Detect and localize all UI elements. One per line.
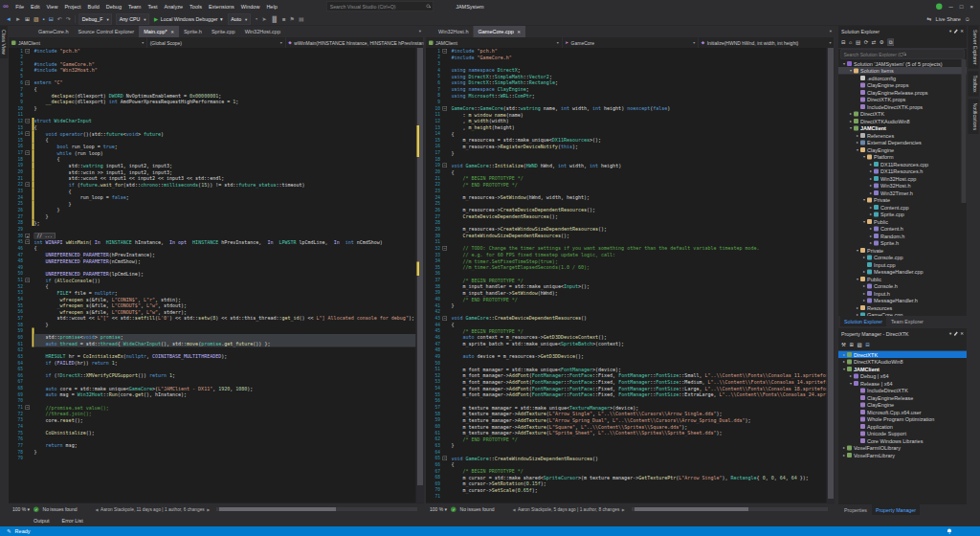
code-line[interactable]: 71− //promise.set_value();	[9, 404, 416, 411]
undo-icon[interactable]: ↶	[57, 15, 62, 22]
tab-gamecore-h[interactable]: GameCore.h	[33, 26, 73, 37]
code-line[interactable]: 67	[9, 379, 416, 386]
code-line[interactable]: 27 CreateDeviceDependentResources();	[426, 213, 827, 220]
close-icon[interactable]: ✕	[170, 26, 174, 37]
codelens-blame[interactable]: ◀Aaron Stackpole, 5 days ago | 1 author,…	[512, 506, 624, 512]
tree-item[interactable]: ClayEngine.props	[838, 81, 967, 89]
redo-icon[interactable]: ↷	[66, 15, 71, 22]
code-line[interactable]: 61 m_texture_manager->AddTexture(L"Sprit…	[426, 430, 827, 436]
tab-gamecore-cpp[interactable]: GameCore.cpp✕	[473, 26, 525, 37]
code-line[interactable]: 26 m_resources->CreateDeviceDependentRes…	[426, 207, 827, 213]
tree-item[interactable]: ▾Private	[838, 196, 967, 204]
fold-collapse-icon[interactable]: −	[443, 457, 448, 461]
code-line[interactable]: 1−#include "pch.h"	[426, 48, 827, 55]
tab-overflow-icon[interactable]: ▾	[419, 29, 421, 34]
code-line[interactable]: 49	[9, 264, 416, 271]
fold-collapse-icon[interactable]: −	[26, 405, 31, 410]
tree-item[interactable]: ▸Sprite.cpp	[838, 211, 967, 218]
code-line[interactable]: 5using DirectX::SimpleMath::Vector2;	[426, 74, 827, 80]
tree-item[interactable]: IncludeDirectXTK	[838, 387, 967, 394]
tree-item[interactable]: ▸DirectXTK	[838, 351, 967, 359]
code-line[interactable]: 2#include "GameCore.h"	[426, 55, 827, 61]
code-line[interactable]: 33 // e.g. for 60 FPS fixed timestep upd…	[426, 252, 827, 258]
tree-scrollbar[interactable]	[962, 59, 967, 203]
code-line[interactable]: 15 m_resources = std::make_unique<DX11Re…	[426, 137, 827, 144]
user-avatar[interactable]	[936, 3, 943, 10]
drag-handle[interactable]	[883, 30, 942, 34]
tree-item[interactable]: ▸MessageHandler.h	[838, 297, 967, 304]
tree-item[interactable]: ▸Input.h	[838, 290, 967, 298]
code-line[interactable]: 28};	[9, 220, 416, 227]
code-line[interactable]: 65−void GameCore::CreateWindowSizeDepend…	[426, 456, 827, 462]
window-position-icon[interactable]: ▾	[949, 331, 951, 336]
code-line[interactable]: 56	[426, 398, 827, 405]
code-line[interactable]: 14{	[426, 130, 827, 137]
code-line[interactable]: 14− void operator()(std::future<void> fu…	[9, 130, 416, 137]
menu-analyze[interactable]: Analyze	[161, 0, 187, 12]
tree-item[interactable]: ▸Win32Timer.h	[838, 190, 967, 197]
code-line[interactable]: 54 _wfreopen_s(&file, L"CONIN$", L"r", s…	[9, 296, 416, 302]
code-line[interactable]: 19−void GameCore::Initialize(HWND hWnd, …	[426, 163, 827, 169]
tab-win32host-h[interactable]: Win32Host.h	[434, 26, 473, 37]
horizontal-scrollbar[interactable]	[632, 507, 828, 511]
sync-with-active-document-icon[interactable]: ⇄	[872, 39, 877, 46]
feedback-icon[interactable]: ✎	[7, 528, 11, 535]
new-project-icon[interactable]: ⊞	[25, 15, 30, 22]
code-line[interactable]: 78}	[9, 449, 416, 456]
code-line[interactable]: 29 m_resources->CreateWindowSizeDependen…	[426, 226, 827, 233]
code-line[interactable]: 68 m_cursor = std::make_shared<SpriteCur…	[426, 474, 827, 480]
tree-item[interactable]: Whole Program Optimization	[838, 415, 967, 423]
tab-sprite-cpp[interactable]: Sprite.cpp	[207, 26, 240, 37]
fold-collapse-icon[interactable]: −	[26, 80, 31, 85]
tab-overflow-icon[interactable]: ▾	[830, 29, 832, 34]
server-explorer-tab[interactable]: Server Explorer	[969, 26, 979, 68]
code-line[interactable]: 76	[9, 436, 416, 443]
window-position-icon[interactable]: ▾	[949, 29, 951, 34]
panel-tab-solution-explorer[interactable]: Solution Explorer	[840, 316, 886, 326]
panel-tab-property-manager[interactable]: Property Manager	[872, 504, 920, 515]
code-line[interactable]: 23 {	[9, 188, 416, 194]
tree-item[interactable]: ▸VoxelFarmIOLibrary	[838, 444, 967, 452]
tree-item[interactable]: ▾ClayEngine	[838, 146, 967, 154]
add-existing-property-sheet-icon[interactable]: ▨	[858, 342, 862, 348]
code-line[interactable]: 29	[9, 226, 416, 233]
tree-item[interactable]: Core Windows Libraries	[838, 437, 967, 445]
code-line[interactable]: 18	[426, 156, 827, 163]
save-all-icon[interactable]: ⊟	[49, 15, 54, 22]
tree-item[interactable]: ▸Debug | x64	[838, 372, 967, 380]
code-line[interactable]: 36	[426, 271, 827, 278]
attach-mode-select[interactable]: Auto▾	[228, 13, 251, 24]
code-line[interactable]: 38 m_input_handler = std::make_unique<In…	[426, 283, 827, 290]
code-line[interactable]: 66 if (!DirectX::XMVerifyCPUSupport()) r…	[9, 372, 416, 379]
vertical-scrollbar[interactable]	[416, 48, 425, 503]
menu-test[interactable]: Test	[145, 0, 161, 12]
home-icon[interactable]: ⌂	[849, 39, 852, 45]
breadcrumb-method[interactable]: ◆wWinMain(HINSTANCE hInstance, HINSTANCE…	[285, 37, 424, 48]
code-line[interactable]: 12−struct WideCharInput	[9, 118, 416, 124]
tree-item[interactable]: ▸Console.cpp	[838, 254, 967, 261]
task-list-icon[interactable]: ▤	[299, 15, 304, 22]
code-line[interactable]: 42	[426, 309, 827, 316]
tree-item[interactable]: ▸MessageHandler.cpp	[838, 268, 967, 276]
code-line[interactable]: 25	[426, 201, 827, 208]
collapse-all-icon[interactable]: ⊟	[841, 39, 846, 46]
code-line[interactable]: 48	[426, 346, 827, 353]
tab-source-control-explorer[interactable]: Source Control Explorer	[73, 26, 139, 37]
code-line[interactable]: 3#include "GameCore.h"	[9, 60, 416, 67]
code-line[interactable]: 55 m_font_manager->AddFont(FontManager::…	[426, 391, 827, 398]
fold-collapse-icon[interactable]: −	[26, 49, 31, 54]
tree-item[interactable]: ▾Private	[838, 247, 967, 255]
tree-item[interactable]: ▸VoxelFarmLibrary	[838, 452, 967, 459]
code-line[interactable]: 51− if (AllocConsole())	[9, 277, 416, 283]
code-line[interactable]: 39 m_input_handler->SetWindow(hWnd);	[426, 290, 827, 297]
tab-win32host-cpp[interactable]: Win32Host.cpp	[240, 26, 285, 37]
code-line[interactable]: 46 auto context = m_resources->GetD3DDev…	[426, 334, 827, 341]
tree-item[interactable]: ▾Solution 'JAMSystem' (5 of 5 projects)	[838, 60, 967, 68]
code-line[interactable]: 47 UNREFERENCED_PARAMETER(hPrevInstance)…	[9, 252, 416, 258]
tree-item[interactable]: ▸References	[838, 132, 967, 140]
code-line[interactable]: 13 , m_height(height)	[426, 124, 827, 131]
fold-collapse-icon[interactable]: −	[443, 106, 448, 111]
code-line[interactable]: 11	[9, 111, 416, 118]
tree-item[interactable]: ▾Solution Items	[838, 67, 967, 75]
fold-collapse-icon[interactable]: −	[443, 246, 448, 251]
